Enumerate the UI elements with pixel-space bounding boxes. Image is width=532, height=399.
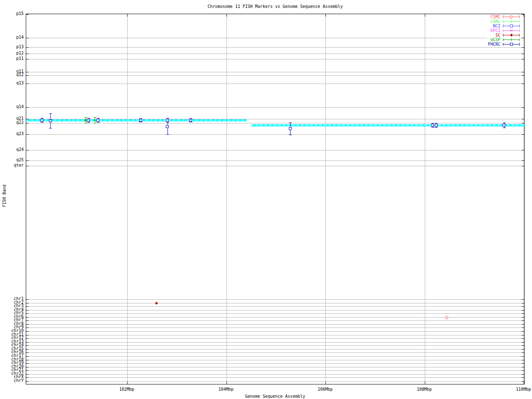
y-tick-mark <box>26 134 29 135</box>
fhcrc-marker <box>502 124 505 127</box>
y-tick-label: q12 <box>16 73 24 77</box>
legend-sample-square-icon <box>503 24 520 28</box>
y-tick-mark <box>522 38 524 38</box>
gridline-vertical <box>227 14 227 384</box>
y-tick-mark <box>522 160 524 161</box>
assembly-band <box>27 119 247 121</box>
plot-area <box>26 14 525 384</box>
errorbar-cap <box>435 127 438 128</box>
x-tick-mark <box>325 14 326 17</box>
x-tick-mark <box>524 382 524 384</box>
gridline-horizontal <box>26 59 524 59</box>
y-tick-mark <box>26 313 29 314</box>
errorbar-cap <box>97 122 100 123</box>
y-tick-mark <box>26 107 29 108</box>
gridline-horizontal <box>26 352 524 353</box>
y-tick-mark <box>26 317 29 318</box>
gridline-horizontal <box>26 47 524 48</box>
gridline-horizontal <box>26 299 524 300</box>
gridline-horizontal <box>26 320 524 321</box>
errorbar-cap <box>94 117 96 118</box>
legend-sample-diamond-open-icon <box>503 15 520 19</box>
fish-marker-chart: Chromosome 11 FISH Markers vs Genome Seq… <box>0 0 532 399</box>
gridline-horizontal <box>26 338 524 339</box>
gridline-vertical <box>127 14 128 384</box>
s <box>510 39 513 40</box>
y-tick-mark <box>26 381 29 382</box>
gridline-vertical <box>325 14 326 384</box>
legend-marker <box>510 25 513 27</box>
y-tick-mark <box>26 160 29 161</box>
y-tick-mark <box>522 342 524 342</box>
y-tick-label: p14 <box>16 35 24 39</box>
y-tick-mark <box>522 54 524 54</box>
y-tick-mark <box>26 331 29 332</box>
gridline-horizontal <box>26 38 524 38</box>
y-tick-label: qter <box>14 163 24 167</box>
gridline-horizontal <box>26 75 524 76</box>
y-tick-mark <box>522 335 524 335</box>
x-tick-label: 104Mbp <box>214 387 239 392</box>
errorbar-cap <box>289 135 292 135</box>
gridline-horizontal <box>26 370 524 371</box>
errorbar-cap <box>84 123 87 123</box>
y-tick-mark <box>26 72 29 72</box>
y-tick-mark <box>26 374 29 374</box>
y-tick-mark <box>522 331 524 332</box>
gridline-horizontal <box>26 342 524 342</box>
y-tick-mark <box>522 303 524 303</box>
y-tick-mark <box>26 299 29 300</box>
y-tick-mark <box>522 119 524 119</box>
gridline-vertical <box>524 14 524 384</box>
y-tick-mark <box>26 356 29 357</box>
legend-label: SC <box>495 33 500 37</box>
assembly-band-dashes <box>251 125 525 126</box>
legend-entry-fhcrc: FHCRC <box>488 42 520 47</box>
errorbar-cap <box>94 123 96 123</box>
y-tick-mark <box>522 349 524 350</box>
gridline-horizontal <box>26 54 524 54</box>
x-tick-label: 102Mbp <box>114 387 139 392</box>
gridline-horizontal <box>26 150 524 150</box>
y-tick-mark <box>26 370 29 371</box>
errorbar-cap <box>41 122 44 123</box>
y-tick-mark <box>26 342 29 342</box>
y-tick-mark <box>522 47 524 48</box>
y-tick-mark <box>522 367 524 367</box>
gridline-horizontal <box>26 374 524 374</box>
s <box>510 21 513 22</box>
y-tick-mark <box>26 377 29 378</box>
errorbar-cap <box>503 128 506 128</box>
x-tick-mark <box>127 382 128 384</box>
y-tick-mark <box>522 320 524 321</box>
fhcrc-marker <box>289 127 292 130</box>
y-tick-mark <box>522 123 524 123</box>
gridline-horizontal <box>26 328 524 328</box>
errorbar-cap <box>84 117 87 118</box>
legend-entry-sc: SC <box>488 33 520 37</box>
ucsf-marker-stroke <box>84 120 87 121</box>
legend-label: NCI <box>493 24 500 28</box>
gridline-horizontal <box>26 331 524 332</box>
legend-marker <box>510 38 513 41</box>
y-tick-mark <box>522 107 524 108</box>
y-tick-mark <box>26 352 29 353</box>
y-tick-mark <box>522 363 524 364</box>
y-tick-mark <box>26 360 29 360</box>
y-tick-mark <box>522 360 524 360</box>
gridline-vertical <box>425 14 425 384</box>
y-tick-label: p12 <box>16 51 24 55</box>
y-tick-mark <box>26 123 29 123</box>
y-tick-mark <box>522 313 524 314</box>
gridline-horizontal <box>26 363 524 364</box>
x-tick-label: 106Mbp <box>313 387 337 392</box>
fhcrc-marker <box>166 125 169 128</box>
y-tick-mark <box>26 349 29 350</box>
gridline-horizontal <box>26 123 524 123</box>
x-tick-mark <box>425 382 425 384</box>
gridline-horizontal <box>26 306 524 307</box>
y-tick-mark <box>26 75 29 76</box>
legend-entry-nci: NCI <box>488 24 520 28</box>
y-tick-label: p15 <box>16 12 24 16</box>
y-tick-label: q25 <box>16 158 24 162</box>
